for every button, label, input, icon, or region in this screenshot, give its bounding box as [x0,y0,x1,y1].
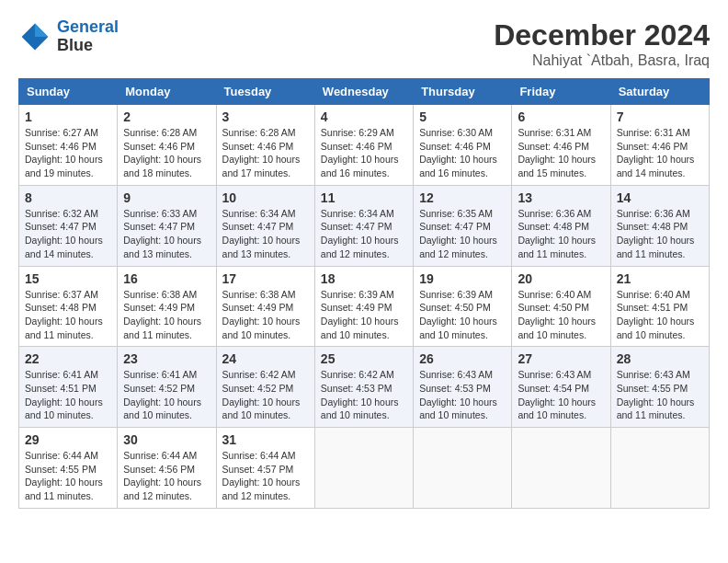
day-number: 1 [25,109,111,124]
calendar-cell: 7Sunrise: 6:31 AM Sunset: 4:46 PM Daylig… [610,105,709,186]
day-number: 30 [123,432,210,447]
day-info: Sunrise: 6:42 AM Sunset: 4:53 PM Dayligh… [321,368,407,422]
day-number: 6 [518,109,604,124]
day-info: Sunrise: 6:34 AM Sunset: 4:47 PM Dayligh… [222,207,309,261]
calendar-header-cell: Tuesday [216,79,314,105]
calendar-cell [610,428,709,509]
calendar-cell: 26Sunrise: 6:43 AM Sunset: 4:53 PM Dayli… [414,347,512,428]
day-number: 23 [123,351,210,366]
calendar-cell: 19Sunrise: 6:39 AM Sunset: 4:50 PM Dayli… [414,266,512,347]
logo: GeneralBlue [18,18,119,55]
calendar-cell [512,428,610,509]
day-number: 14 [617,190,703,205]
calendar-cell: 10Sunrise: 6:34 AM Sunset: 4:47 PM Dayli… [216,185,314,266]
calendar-header-cell: Thursday [414,79,512,105]
day-info: Sunrise: 6:31 AM Sunset: 4:46 PM Dayligh… [617,126,703,180]
day-number: 24 [222,351,309,366]
day-number: 10 [222,190,309,205]
logo-text: GeneralBlue [57,18,119,55]
day-info: Sunrise: 6:40 AM Sunset: 4:50 PM Dayligh… [518,288,604,342]
page-header: GeneralBlue December 2024 Nahiyat `Atbah… [18,18,710,69]
day-info: Sunrise: 6:41 AM Sunset: 4:52 PM Dayligh… [123,368,210,422]
day-info: Sunrise: 6:44 AM Sunset: 4:56 PM Dayligh… [123,449,210,503]
day-info: Sunrise: 6:43 AM Sunset: 4:54 PM Dayligh… [518,368,604,422]
day-info: Sunrise: 6:41 AM Sunset: 4:51 PM Dayligh… [25,368,111,422]
calendar-cell: 11Sunrise: 6:34 AM Sunset: 4:47 PM Dayli… [314,185,413,266]
day-info: Sunrise: 6:27 AM Sunset: 4:46 PM Dayligh… [25,126,111,180]
day-number: 7 [617,109,703,124]
calendar-cell: 13Sunrise: 6:36 AM Sunset: 4:48 PM Dayli… [512,185,610,266]
day-number: 12 [419,190,506,205]
day-number: 20 [518,271,604,286]
calendar-cell: 31Sunrise: 6:44 AM Sunset: 4:57 PM Dayli… [216,428,314,509]
calendar-cell: 16Sunrise: 6:38 AM Sunset: 4:49 PM Dayli… [118,266,216,347]
day-number: 31 [222,432,309,447]
title-block: December 2024 Nahiyat `Atbah, Basra, Ira… [494,18,710,69]
calendar-cell: 5Sunrise: 6:30 AM Sunset: 4:46 PM Daylig… [414,105,512,186]
calendar-cell: 1Sunrise: 6:27 AM Sunset: 4:46 PM Daylig… [19,105,118,186]
day-number: 22 [25,351,111,366]
day-info: Sunrise: 6:40 AM Sunset: 4:51 PM Dayligh… [617,288,703,342]
calendar-cell: 25Sunrise: 6:42 AM Sunset: 4:53 PM Dayli… [314,347,413,428]
calendar-cell: 17Sunrise: 6:38 AM Sunset: 4:49 PM Dayli… [216,266,314,347]
calendar-week-row: 1Sunrise: 6:27 AM Sunset: 4:46 PM Daylig… [19,105,710,186]
day-number: 27 [518,351,604,366]
day-number: 29 [25,432,111,447]
day-info: Sunrise: 6:38 AM Sunset: 4:49 PM Dayligh… [123,288,210,342]
day-number: 9 [123,190,210,205]
calendar-week-row: 22Sunrise: 6:41 AM Sunset: 4:51 PM Dayli… [19,347,710,428]
day-info: Sunrise: 6:29 AM Sunset: 4:46 PM Dayligh… [321,126,407,180]
calendar-body: 1Sunrise: 6:27 AM Sunset: 4:46 PM Daylig… [19,105,710,509]
day-number: 3 [222,109,309,124]
calendar-header-cell: Saturday [610,79,709,105]
calendar-cell: 14Sunrise: 6:36 AM Sunset: 4:48 PM Dayli… [610,185,709,266]
calendar-cell: 3Sunrise: 6:28 AM Sunset: 4:46 PM Daylig… [216,105,314,186]
day-number: 11 [321,190,407,205]
day-number: 21 [617,271,703,286]
day-number: 16 [123,271,210,286]
calendar-header-row: SundayMondayTuesdayWednesdayThursdayFrid… [19,79,710,105]
day-info: Sunrise: 6:33 AM Sunset: 4:47 PM Dayligh… [123,207,210,261]
calendar-cell: 15Sunrise: 6:37 AM Sunset: 4:48 PM Dayli… [19,266,118,347]
day-number: 13 [518,190,604,205]
calendar-header-cell: Wednesday [314,79,413,105]
day-info: Sunrise: 6:35 AM Sunset: 4:47 PM Dayligh… [419,207,506,261]
calendar-cell: 21Sunrise: 6:40 AM Sunset: 4:51 PM Dayli… [610,266,709,347]
calendar-header-cell: Monday [118,79,216,105]
calendar-header-cell: Friday [512,79,610,105]
calendar-cell: 4Sunrise: 6:29 AM Sunset: 4:46 PM Daylig… [314,105,413,186]
day-info: Sunrise: 6:44 AM Sunset: 4:57 PM Dayligh… [222,449,309,503]
calendar-cell: 29Sunrise: 6:44 AM Sunset: 4:55 PM Dayli… [19,428,118,509]
day-number: 4 [321,109,407,124]
svg-marker-1 [35,23,48,36]
day-number: 19 [419,271,506,286]
calendar-cell: 23Sunrise: 6:41 AM Sunset: 4:52 PM Dayli… [118,347,216,428]
calendar-cell: 20Sunrise: 6:40 AM Sunset: 4:50 PM Dayli… [512,266,610,347]
calendar-week-row: 8Sunrise: 6:32 AM Sunset: 4:47 PM Daylig… [19,185,710,266]
calendar-cell: 18Sunrise: 6:39 AM Sunset: 4:49 PM Dayli… [314,266,413,347]
day-info: Sunrise: 6:39 AM Sunset: 4:50 PM Dayligh… [419,288,506,342]
day-info: Sunrise: 6:31 AM Sunset: 4:46 PM Dayligh… [518,126,604,180]
calendar-cell: 27Sunrise: 6:43 AM Sunset: 4:54 PM Dayli… [512,347,610,428]
logo-icon [18,20,51,53]
calendar-cell: 9Sunrise: 6:33 AM Sunset: 4:47 PM Daylig… [118,185,216,266]
day-info: Sunrise: 6:37 AM Sunset: 4:48 PM Dayligh… [25,288,111,342]
calendar-cell: 30Sunrise: 6:44 AM Sunset: 4:56 PM Dayli… [118,428,216,509]
day-info: Sunrise: 6:42 AM Sunset: 4:52 PM Dayligh… [222,368,309,422]
calendar-cell: 24Sunrise: 6:42 AM Sunset: 4:52 PM Dayli… [216,347,314,428]
calendar-table: SundayMondayTuesdayWednesdayThursdayFrid… [18,78,710,509]
day-number: 5 [419,109,506,124]
day-info: Sunrise: 6:39 AM Sunset: 4:49 PM Dayligh… [321,288,407,342]
day-info: Sunrise: 6:28 AM Sunset: 4:46 PM Dayligh… [123,126,210,180]
day-number: 28 [617,351,703,366]
day-number: 2 [123,109,210,124]
page-title: December 2024 [494,18,710,52]
day-number: 8 [25,190,111,205]
day-info: Sunrise: 6:38 AM Sunset: 4:49 PM Dayligh… [222,288,309,342]
day-info: Sunrise: 6:36 AM Sunset: 4:48 PM Dayligh… [518,207,604,261]
day-number: 18 [321,271,407,286]
calendar-cell [414,428,512,509]
day-info: Sunrise: 6:44 AM Sunset: 4:55 PM Dayligh… [25,449,111,503]
calendar-cell: 8Sunrise: 6:32 AM Sunset: 4:47 PM Daylig… [19,185,118,266]
day-info: Sunrise: 6:28 AM Sunset: 4:46 PM Dayligh… [222,126,309,180]
